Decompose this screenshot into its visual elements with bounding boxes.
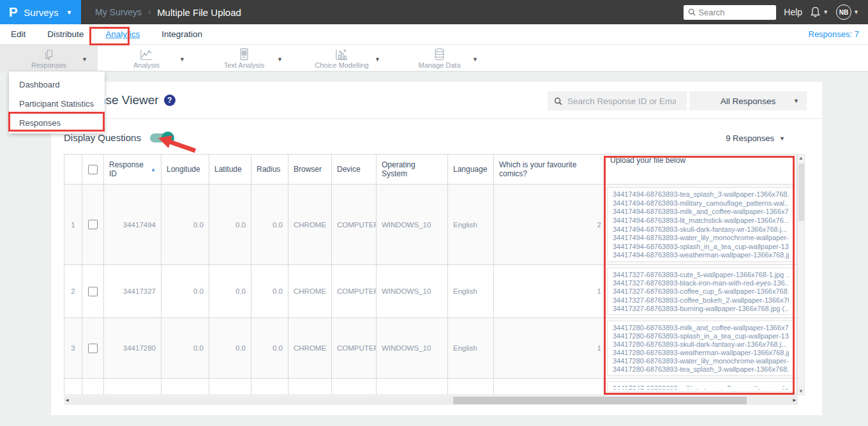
cell-radius: 0.0: [251, 265, 288, 318]
cell-language: English: [448, 185, 494, 265]
file-link[interactable]: 34417494-68763893-tea_splash_3-wallpaper…: [613, 190, 789, 199]
text-analysis-icon: [239, 48, 249, 61]
tab-analytics[interactable]: Analytics: [105, 28, 140, 40]
tab-integration[interactable]: Integration: [161, 28, 203, 40]
cell-radius: 0.0: [251, 185, 288, 265]
table-horizontal-scrollbar[interactable]: ◂ ▸: [64, 396, 798, 405]
file-link[interactable]: 34417327-68763893-coffee_bokeh_2-wallpap…: [613, 296, 789, 304]
response-search[interactable]: [548, 91, 687, 110]
file-link[interactable]: 34417327-68763893-burning-wallpaper-1366…: [613, 304, 789, 312]
toggle-knob: [161, 132, 174, 144]
file-link[interactable]: 34417280-68763893-weatherman-wallpaper-1…: [613, 348, 789, 356]
cell-browser: CHROME: [288, 318, 332, 379]
chevron-down-icon: ▼: [779, 135, 785, 142]
table-vertical-scrollbar[interactable]: ▲ ▼: [797, 154, 805, 395]
chevron-down-icon: ▼: [853, 9, 859, 15]
search-icon: [554, 97, 562, 105]
cell-device: COMPUTER: [332, 318, 377, 379]
row-checkbox[interactable]: [88, 287, 98, 296]
surveys-product-switcher[interactable]: P Surveys ▼: [0, 0, 81, 24]
header-response-id[interactable]: Response ID▲: [104, 155, 161, 185]
tab-edit[interactable]: Edit: [10, 28, 26, 40]
scroll-right-icon[interactable]: ▸: [793, 397, 796, 403]
file-link[interactable]: 34417327-68763893-black-iron-man-with-re…: [613, 278, 789, 287]
file-link[interactable]: 34417494-68763893-milk_and_coffee-wallpa…: [613, 207, 789, 216]
header-favourite-comics[interactable]: Which is your favourite comics?: [494, 155, 605, 185]
row-checkbox-cell: [82, 265, 104, 318]
scroll-left-icon[interactable]: ◂: [66, 397, 69, 403]
cell-latitude: [209, 379, 251, 395]
sort-asc-icon: ▲: [151, 167, 156, 172]
row-checkbox[interactable]: [88, 344, 98, 353]
global-search-input[interactable]: [698, 8, 768, 17]
response-filter-dropdown[interactable]: All Responses ▼: [689, 91, 807, 110]
scroll-down-icon[interactable]: ▼: [798, 388, 804, 394]
file-link[interactable]: 34417494-68763893-lit_matchstick-wallpap…: [613, 216, 789, 225]
header-device[interactable]: Device: [332, 155, 377, 185]
header-select-all: [82, 155, 104, 185]
file-link[interactable]: 34417280-68763893-skull-dark-fantasy-wr-…: [613, 340, 789, 348]
toolbar-manage-data[interactable]: Manage Data ▼: [391, 45, 488, 72]
cell-device: COMPUTER: [332, 185, 377, 265]
file-link[interactable]: 34417494-68763893-skull-dark-fantasy-wr-…: [613, 225, 789, 234]
header-row-number: [64, 155, 82, 185]
avatar: NB: [836, 4, 851, 20]
scroll-up-icon[interactable]: ▲: [798, 155, 804, 161]
header-longitude[interactable]: Longitude: [161, 155, 209, 185]
cell-browser: CHROME: [288, 185, 332, 265]
toolbar-choice-modelling[interactable]: Choice Modelling ▼: [293, 45, 391, 72]
row-number: 1: [64, 185, 82, 265]
breadcrumb-my-surveys[interactable]: My Surveys: [95, 7, 142, 17]
header-radius[interactable]: Radius: [251, 155, 288, 185]
tab-distribute[interactable]: Distribute: [47, 28, 84, 40]
cell-uploaded-files: 34417280-68763893-milk_and_coffee-wallpa…: [605, 318, 797, 379]
toolbar-text-analysis[interactable]: Text Analysis ▼: [195, 45, 293, 72]
select-all-checkbox[interactable]: [88, 165, 98, 174]
header-latitude[interactable]: Latitude: [209, 155, 251, 185]
file-link[interactable]: 34417280-68763893-splash_in_a_tea_cup-wa…: [613, 331, 789, 340]
cell-browser: [288, 379, 332, 395]
toolbar-analysis[interactable]: Analysis ▼: [98, 45, 195, 72]
cell-favourite-comics: 2: [494, 185, 605, 265]
account-menu-button[interactable]: NB ▼: [836, 4, 859, 20]
file-link[interactable]: 34417280-68763893-tea_splash_3-wallpaper…: [613, 365, 789, 373]
choice-modelling-icon: [335, 48, 348, 61]
horizontal-scroll-thumb[interactable]: [453, 397, 747, 404]
cell-response-id: 34417280: [104, 318, 161, 379]
file-link[interactable]: 34417494-68763893-weatherman-wallpaper-1…: [613, 250, 789, 259]
top-bar: P Surveys ▼ My Surveys › Multiple File U…: [0, 0, 868, 24]
vertical-scroll-thumb[interactable]: [798, 164, 804, 221]
row-checkbox[interactable]: [88, 220, 98, 229]
notifications-button[interactable]: ▼: [810, 6, 828, 18]
help-link[interactable]: Help: [784, 7, 802, 17]
file-link[interactable]: 34417327-68763893-coffee_cup_5-wallpaper…: [613, 287, 789, 295]
response-search-input[interactable]: [567, 96, 676, 106]
uploaded-files-box: 34417327-68763893-cute_5-wallpaper-1366x…: [607, 268, 795, 315]
file-link[interactable]: 34417247-68763893-splash_in_a_tea_cup-wa…: [613, 387, 789, 390]
display-questions-toggle[interactable]: [150, 133, 173, 142]
file-link[interactable]: 34417280-68763893-water_lily_monochrome-…: [613, 356, 789, 365]
manage-data-icon: [434, 48, 445, 61]
cell-radius: 0.0: [251, 318, 288, 379]
cell-browser: CHROME: [288, 265, 332, 318]
responses-count-dropdown[interactable]: 9 Responses ▼: [726, 133, 785, 143]
file-link[interactable]: 34417494-68763893-splash_in_a_tea_cup-wa…: [613, 242, 789, 251]
menu-item-dashboard[interactable]: Dashboard: [9, 75, 105, 94]
file-link[interactable]: 34417494-68763893-military_camouflage_pa…: [613, 199, 789, 208]
toolbar-responses[interactable]: Responses ▼: [0, 45, 98, 72]
header-browser[interactable]: Browser: [288, 155, 332, 185]
file-link[interactable]: 34417280-68763893-milk_and_coffee-wallpa…: [613, 323, 789, 331]
header-upload-file[interactable]: Upload your file below: [605, 155, 797, 185]
menu-item-responses[interactable]: Responses: [9, 113, 105, 132]
file-link[interactable]: 34417327-68763893-cute_5-wallpaper-1366x…: [613, 270, 789, 278]
table-body: 1344174940.00.00.0CHROMECOMPUTERWINDOWS_…: [64, 185, 797, 395]
header-operating-system[interactable]: Operating System: [377, 155, 448, 185]
header-language[interactable]: Language: [448, 155, 494, 185]
uploaded-files-box: 34417280-68763893-milk_and_coffee-wallpa…: [607, 321, 795, 376]
menu-item-participant-statistics[interactable]: Participant Statistics: [9, 94, 105, 113]
chevron-down-icon: ▼: [472, 56, 478, 63]
help-icon[interactable]: ?: [164, 95, 176, 106]
file-link[interactable]: 34417494-68763893-water_lily_monochrome-…: [613, 233, 789, 242]
cell-device: COMPUTER: [332, 265, 377, 318]
global-search[interactable]: [684, 5, 776, 20]
